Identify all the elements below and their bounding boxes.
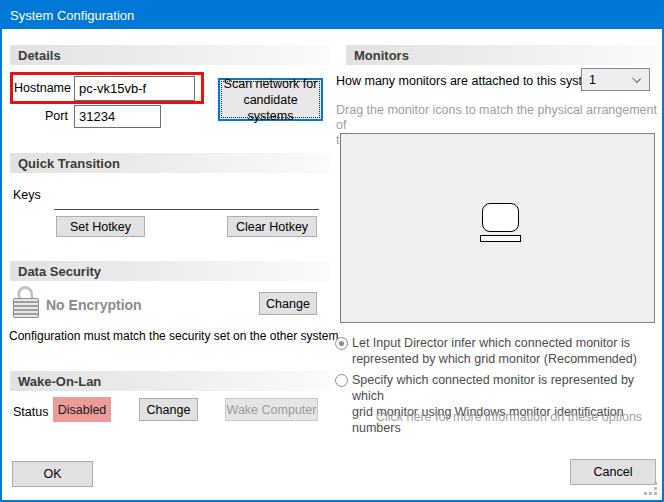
change-wol-button[interactable]: Change	[139, 398, 198, 421]
details-section-header: Details	[10, 45, 330, 65]
hostname-label: Hostname	[14, 81, 71, 95]
radio-button-icon[interactable]	[335, 337, 348, 350]
radio-button-icon[interactable]	[335, 374, 348, 387]
lock-body	[13, 298, 39, 318]
wol-status-badge: Disabled	[53, 397, 111, 422]
radio-specify-monitors[interactable]: Specify which connected monitor is repre…	[335, 372, 662, 436]
port-label: Port	[45, 109, 68, 123]
scan-network-button-line2: candidate systems	[220, 92, 321, 124]
wol-status-label: Status	[13, 405, 48, 419]
radio-specify-label: Specify which connected monitor is repre…	[352, 372, 662, 436]
wake-on-lan-section-header: Wake-On-Lan	[10, 371, 330, 391]
security-note: Configuration must match the security se…	[9, 329, 338, 343]
quick-transition-header-label: Quick Transition	[18, 156, 120, 171]
port-input[interactable]	[74, 105, 161, 128]
clear-hotkey-button[interactable]: Clear Hotkey	[227, 216, 317, 237]
scan-network-button-line1: Scan network for	[224, 76, 318, 92]
details-header-label: Details	[18, 48, 61, 63]
hostname-input[interactable]	[74, 76, 195, 101]
monitor-screen	[482, 203, 519, 232]
monitor-count-dropdown[interactable]: 1	[581, 68, 650, 91]
quick-transition-section-header: Quick Transition	[10, 153, 330, 173]
scan-network-button[interactable]: Scan network for candidate systems	[218, 78, 323, 121]
set-hotkey-button[interactable]: Set Hotkey	[56, 216, 145, 237]
monitor-count-value: 1	[589, 73, 596, 87]
radio-infer-label: Let Input Director infer which connected…	[352, 335, 637, 367]
change-security-button[interactable]: Change	[259, 292, 317, 315]
wake-on-lan-header-label: Wake-On-Lan	[18, 374, 101, 389]
drag-hint-line1: Drag the monitor icons to match the phys…	[336, 103, 657, 132]
title-bar[interactable]: System Configuration	[2, 2, 662, 29]
monitor-stand	[480, 235, 521, 242]
monitors-section-header: Monitors	[346, 45, 658, 65]
radio-infer-monitors[interactable]: Let Input Director infer which connected…	[335, 335, 637, 367]
resize-grip-icon[interactable]	[647, 485, 657, 495]
data-security-section-header: Data Security	[10, 261, 330, 281]
chevron-down-icon	[632, 74, 641, 83]
window-title: System Configuration	[10, 8, 134, 23]
monitor-arrangement-grid[interactable]	[340, 133, 655, 323]
system-configuration-dialog: System Configuration Details Hostname Sc…	[0, 0, 664, 502]
monitor-count-label: How many monitors are attached to this s…	[336, 74, 599, 88]
keys-label: Keys	[13, 188, 41, 202]
radio-specify-line1: Specify which connected monitor is repre…	[352, 373, 634, 403]
keys-input[interactable]	[54, 191, 319, 210]
wake-computer-button: Wake Computer	[225, 398, 318, 421]
monitors-header-label: Monitors	[354, 48, 409, 63]
cancel-button[interactable]: Cancel	[570, 459, 656, 485]
lock-icon	[13, 286, 41, 320]
radio-infer-line2: represented by which grid monitor (Recom…	[352, 352, 637, 366]
encryption-status-text: No Encryption	[46, 297, 142, 313]
more-info-link[interactable]: Click here for more information on these…	[376, 410, 642, 424]
ok-button[interactable]: OK	[12, 461, 93, 487]
radio-infer-line1: Let Input Director infer which connected…	[352, 336, 630, 350]
monitor-icon[interactable]	[480, 203, 521, 243]
data-security-header-label: Data Security	[18, 264, 101, 279]
